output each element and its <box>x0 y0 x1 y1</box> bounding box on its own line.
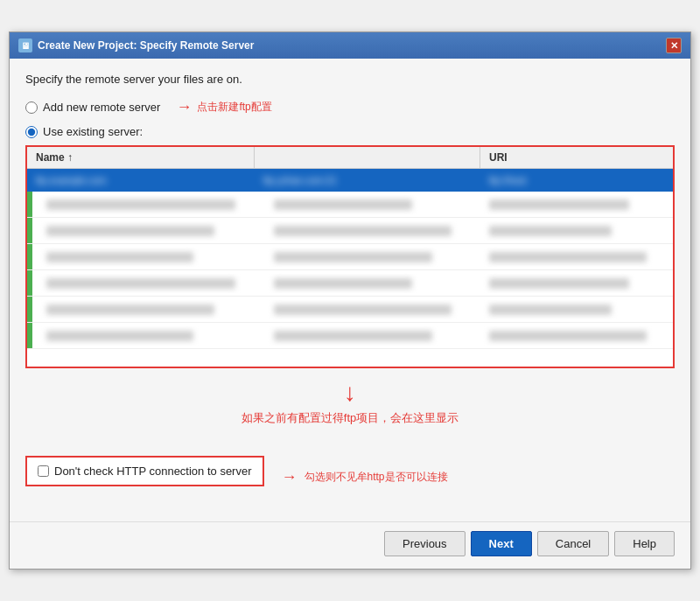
add-server-option[interactable]: Add new remote server <box>25 101 160 114</box>
green-indicator <box>27 297 32 322</box>
add-server-radio[interactable] <box>25 101 38 114</box>
server-table[interactable]: Name ↑ URI ftp.example.com ftp.yzhan.com… <box>25 145 675 368</box>
window-icon: 🖥 <box>18 38 32 52</box>
title-bar: 🖥 Create New Project: Specify Remote Ser… <box>10 32 690 59</box>
cancel-button[interactable]: Cancel <box>537 531 609 556</box>
green-indicator <box>27 218 32 243</box>
checkbox-annotation: → 勾选则不见牟http是否可以连接 <box>282 468 448 486</box>
below-annotation-text: 如果之前有配置过得ftp项目，会在这里显示 <box>242 410 458 426</box>
blur-block <box>46 199 235 210</box>
col-mid <box>255 147 480 168</box>
checkbox-arrow-icon: → <box>282 468 298 486</box>
use-server-option[interactable]: Use existing server: <box>25 125 143 138</box>
add-annotation-text: 点击新建ftp配置 <box>197 100 271 115</box>
selected-col3: ftp://host <box>480 171 673 189</box>
blur-block <box>274 331 432 341</box>
blur-block <box>274 199 412 210</box>
blur-block <box>489 331 647 341</box>
help-button[interactable]: Help <box>614 531 675 556</box>
add-server-label: Add new remote server <box>43 101 160 114</box>
col-uri: URI <box>480 147 673 168</box>
blur-block <box>46 252 193 262</box>
http-checkbox-text: Don't check HTTP connection to server <box>54 465 252 478</box>
green-indicator <box>27 323 32 348</box>
green-indicator <box>27 192 32 217</box>
col-name: Name ↑ <box>27 147 255 168</box>
previous-button[interactable]: Previous <box>384 531 466 556</box>
use-server-radio[interactable] <box>25 126 38 138</box>
http-checkbox-container: Don't check HTTP connection to server <box>25 456 264 486</box>
http-checkbox-label[interactable]: Don't check HTTP connection to server <box>38 465 252 478</box>
add-annotation-arrow: → 点击新建ftp配置 <box>176 98 271 116</box>
blur-block <box>274 226 452 236</box>
blur-block <box>274 252 432 262</box>
dialog-window: 🖥 Create New Project: Specify Remote Ser… <box>9 31 691 570</box>
right-arrow-icon: → <box>176 98 192 116</box>
table-row[interactable] <box>27 192 673 218</box>
blur-block <box>489 252 647 262</box>
table-row[interactable] <box>27 270 673 297</box>
blur-block <box>274 278 412 289</box>
blur-block <box>489 278 629 289</box>
blur-block <box>46 226 214 236</box>
checkbox-annotation-text: 勾选则不见牟http是否可以连接 <box>304 470 448 485</box>
table-row[interactable] <box>27 323 673 349</box>
green-indicator <box>27 244 32 269</box>
next-button[interactable]: Next <box>471 531 532 556</box>
table-rows-blurred <box>27 192 673 367</box>
blur-block <box>46 331 193 341</box>
add-server-row: Add new remote server → 点击新建ftp配置 <box>25 98 675 116</box>
selected-col1: ftp.example.com <box>27 171 255 189</box>
http-checkbox[interactable] <box>38 465 49 477</box>
checkbox-row: Don't check HTTP connection to server → … <box>25 456 675 499</box>
table-row[interactable] <box>27 297 673 323</box>
table-header: Name ↑ URI <box>27 147 673 169</box>
selected-col2: ftp.yzhan.com:21 <box>255 171 480 189</box>
table-row[interactable] <box>27 244 673 270</box>
down-arrow-icon: ↓ <box>344 381 356 405</box>
blur-block <box>489 199 629 210</box>
dialog-body: Specify the remote server your files are… <box>10 59 690 521</box>
blur-block <box>46 278 235 289</box>
table-row-selected[interactable]: ftp.example.com ftp.yzhan.com:21 ftp://h… <box>27 169 673 192</box>
blur-block <box>489 304 612 315</box>
dialog-footer: Previous Next Cancel Help <box>10 521 690 569</box>
blur-block <box>46 304 214 315</box>
use-server-label: Use existing server: <box>43 125 143 138</box>
table-row[interactable] <box>27 218 673 244</box>
blur-block <box>274 304 452 315</box>
green-indicator <box>27 270 32 296</box>
close-button[interactable]: ✕ <box>666 38 682 53</box>
below-table-annotation: ↓ 如果之前有配置过得ftp项目，会在这里显示 <box>25 368 675 456</box>
dialog-subtitle: Specify the remote server your files are… <box>25 73 675 86</box>
use-server-row: Use existing server: <box>25 125 675 138</box>
window-title: Create New Project: Specify Remote Serve… <box>38 39 254 52</box>
blur-block <box>489 226 612 236</box>
